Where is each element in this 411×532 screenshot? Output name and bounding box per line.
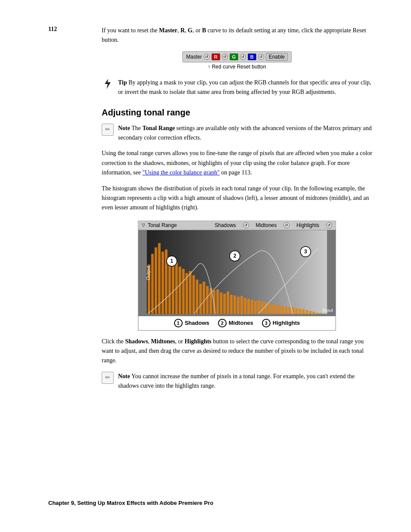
red-curve-reset-label: Red curve Reset button: [212, 64, 266, 70]
red-curve-callout: ↑ Red curve Reset button: [182, 63, 292, 70]
svg-rect-22: [216, 289, 219, 314]
svg-rect-8: [168, 260, 171, 314]
page-number: 112: [48, 26, 57, 33]
svg-rect-3: [151, 254, 154, 314]
tonal-range-box: ▽ Tonal Range Shadows ↺ Midtones ↺ Highl…: [138, 221, 336, 331]
red-curve-arrow: ↑: [208, 64, 212, 70]
intro-bold-g: G: [188, 27, 193, 34]
svg-rect-39: [275, 305, 277, 314]
highlights-reset-button[interactable]: ↺: [326, 222, 332, 228]
page: 112 If you want to reset the Master, R, …: [0, 0, 411, 532]
highlights-label: Highlights: [296, 222, 319, 228]
svg-rect-25: [227, 292, 229, 314]
red-button[interactable]: R: [212, 53, 220, 60]
body-paragraph2: The histogram shows the distribution of …: [102, 184, 372, 213]
svg-rect-49: [309, 311, 311, 314]
body3-midtones: Midtones: [151, 338, 175, 345]
body3-shadows: Shadows: [125, 338, 148, 345]
svg-rect-32: [251, 299, 253, 314]
svg-rect-6: [162, 252, 164, 314]
toolbar-image-container: Master ↺ R ↺ G ↺ B ↺ Enable ↑ Red curve …: [102, 51, 372, 70]
tip-content: Tip By applying a mask to your clip, you…: [118, 78, 372, 97]
svg-rect-11: [179, 267, 181, 314]
tip-text: By applying a mask to your clip, you can…: [118, 79, 371, 95]
svg-rect-27: [234, 295, 236, 314]
body-paragraph1: Using the tonal range curves allows you …: [102, 149, 372, 177]
tonal-range-buttons: Shadows ↺ Midtones ↺ Highlights ↺: [215, 222, 332, 228]
green-reset-button[interactable]: ↺: [240, 54, 246, 60]
svg-rect-31: [247, 299, 250, 314]
color-balance-link[interactable]: "Using the color balance graph": [142, 169, 219, 176]
svg-rect-23: [220, 292, 222, 314]
red-reset-button[interactable]: ↺: [222, 54, 228, 60]
svg-marker-0: [105, 79, 111, 89]
body3-pre: Click the: [102, 338, 125, 345]
note1-block: Note The Tonal Range settings are availa…: [102, 124, 372, 143]
toolbar-bar: Master ↺ R ↺ G ↺ B ↺ Enable: [182, 51, 292, 62]
legend-item-shadows: 1 Shadows: [174, 319, 209, 327]
svg-rect-40: [278, 305, 281, 314]
page-ref: 113: [242, 169, 250, 176]
note2-block: Note You cannot increase the number of p…: [102, 372, 372, 391]
svg-rect-35: [261, 301, 264, 314]
intro-text1: If you want to reset the: [102, 27, 159, 34]
svg-rect-52: [319, 313, 322, 314]
tip-svg-icon: [102, 78, 113, 90]
blue-button[interactable]: B: [248, 53, 256, 60]
tonal-range-triangle-icon: ▽: [142, 223, 145, 227]
legend-item-highlights: 3 Highlights: [262, 319, 300, 327]
note1-word: Note: [118, 125, 130, 131]
svg-rect-19: [206, 286, 209, 314]
svg-rect-36: [265, 302, 267, 314]
svg-rect-4: [155, 247, 157, 314]
section-title: Adjusting tonal range: [102, 108, 372, 118]
body1b-text: on page: [220, 169, 242, 176]
note1-icon: [102, 124, 114, 136]
svg-rect-48: [305, 310, 308, 314]
svg-rect-47: [302, 309, 305, 314]
shadows-label: Shadows: [215, 222, 236, 228]
note2-text: You cannot increase the number of pixels…: [118, 373, 355, 389]
shadows-reset-button[interactable]: ↺: [243, 222, 249, 228]
intro-text4: , or: [193, 27, 202, 34]
body3-highlights: Highlights: [185, 338, 212, 345]
green-button[interactable]: G: [230, 53, 238, 60]
svg-rect-37: [268, 303, 271, 314]
toolbar-image: Master ↺ R ↺ G ↺ B ↺ Enable ↑ Red curve …: [182, 51, 292, 70]
content-area: If you want to reset the Master, R, G, o…: [102, 26, 372, 391]
svg-rect-17: [199, 284, 202, 314]
svg-rect-14: [189, 271, 191, 314]
svg-rect-29: [240, 296, 243, 314]
master-reset-button[interactable]: ↺: [204, 54, 210, 60]
intro-text2: ,: [177, 27, 181, 34]
legend-label-highlights: Highlights: [273, 320, 300, 326]
midtones-reset-button[interactable]: ↺: [283, 222, 290, 228]
tonal-graph-area: Output Input: [138, 230, 336, 316]
legend-num-2: 2: [218, 319, 227, 327]
svg-text:1: 1: [170, 258, 173, 264]
blue-reset-button[interactable]: ↺: [258, 54, 264, 60]
legend-bar: 1 Shadows 2 Midtones 3 Highlights: [138, 316, 336, 330]
legend-label-midtones: Midtones: [229, 320, 253, 326]
midtones-label: Midtones: [256, 222, 277, 228]
svg-rect-51: [316, 312, 318, 314]
tip-word: Tip: [118, 79, 127, 86]
body1c-text: .: [250, 169, 252, 176]
svg-text:3: 3: [304, 249, 307, 255]
enable-button[interactable]: Enable: [266, 53, 288, 61]
tip-icon: [102, 78, 114, 90]
svg-rect-18: [202, 282, 205, 314]
master-label: Master: [186, 54, 202, 60]
note1-bold: Tonal Range: [143, 125, 175, 131]
svg-rect-12: [182, 269, 185, 314]
body-paragraph3: Click the Shadows, Midtones, or Highligh…: [102, 337, 372, 366]
svg-rect-28: [237, 296, 240, 314]
note2-word: Note: [118, 373, 130, 380]
chapter-footer: Chapter 9, Setting Up Matrox Effects wit…: [48, 500, 213, 506]
tonal-graph-svg: 1 2 3: [138, 230, 336, 316]
intro-paragraph: If you want to reset the Master, R, G, o…: [102, 26, 372, 45]
svg-rect-50: [312, 311, 315, 314]
svg-rect-46: [299, 308, 301, 314]
svg-rect-24: [223, 293, 226, 314]
tonal-range-container: ▽ Tonal Range Shadows ↺ Midtones ↺ Highl…: [102, 221, 372, 331]
